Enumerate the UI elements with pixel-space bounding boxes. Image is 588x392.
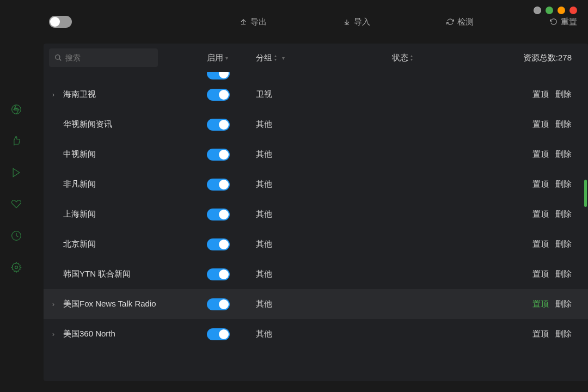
row-actions: 置顶删除 [532,299,583,309]
table-row-partial [44,72,588,79]
delete-button[interactable]: 删除 [555,119,572,130]
row-actions: 置顶删除 [532,179,583,189]
table-row[interactable]: 韩国YTN 联合新闻其他置顶删除 [44,259,588,289]
enable-toggle[interactable] [207,179,230,191]
channel-name: 美国360 North [63,329,115,339]
pin-button[interactable]: 置顶 [532,179,549,189]
chevron-right-icon[interactable]: › [52,91,59,99]
check-label: 检测 [457,17,474,27]
row-name: 华视新闻资讯 [49,119,207,130]
gear-icon[interactable] [10,261,22,273]
channel-name: 上海新闻 [63,209,96,219]
heart-icon[interactable] [10,198,22,210]
delete-button[interactable]: 删除 [555,299,572,309]
row-name: 中视新闻 [49,149,207,160]
aperture-icon[interactable] [10,103,22,115]
download-icon [343,18,351,26]
pin-button[interactable]: 置顶 [532,239,549,249]
row-group: 其他 [256,119,392,130]
pin-button[interactable]: 置顶 [532,149,549,160]
enable-toggle[interactable] [207,328,230,340]
pin-button[interactable]: 置顶 [532,209,549,219]
row-actions: 置顶删除 [532,149,583,160]
table-row[interactable]: 北京新闻其他置顶删除 [44,229,588,259]
row-group: 其他 [256,329,392,339]
export-label: 导出 [250,17,267,27]
row-group: 其他 [256,209,392,219]
delete-button[interactable]: 删除 [555,239,572,249]
enable-toggle[interactable] [207,72,230,79]
reset-label: 重置 [561,17,577,27]
sort-icon: ▴▾ [411,54,413,62]
channel-name: 韩国YTN 联合新闻 [63,269,131,279]
row-name: 北京新闻 [49,239,207,249]
table-row[interactable]: 非凡新闻其他置顶删除 [44,169,588,199]
pin-button[interactable]: 置顶 [532,89,549,100]
row-group: 其他 [256,179,392,189]
table-row[interactable]: 上海新闻其他置顶删除 [44,199,588,229]
svg-marker-1 [13,169,20,177]
search-icon [54,54,62,62]
channel-name: 海南卫视 [63,89,96,100]
col-status-label: 状态 [392,53,408,63]
table-body: ›海南卫视卫视置顶删除华视新闻资讯其他置顶删除中视新闻其他置顶删除非凡新闻其他置… [44,72,588,349]
delete-button[interactable]: 删除 [555,329,572,339]
table-row[interactable]: ›美国Fox News Talk Radio其他置顶删除 [44,289,588,319]
export-button[interactable]: 导出 [240,17,267,27]
chevron-right-icon[interactable]: › [52,301,59,308]
channel-name: 非凡新闻 [63,179,96,189]
toolbar: 导出 导入 检测 重置 [44,0,588,44]
table-row[interactable]: 中视新闻其他置顶删除 [44,139,588,169]
chevron-down-icon: ▾ [225,55,228,61]
enable-toggle[interactable] [207,209,230,220]
col-enable[interactable]: 启用 ▾ [207,53,256,63]
table-row[interactable]: 华视新闻资讯其他置顶删除 [44,109,588,139]
master-toggle[interactable] [49,16,72,28]
delete-button[interactable]: 删除 [555,209,572,219]
refresh-icon [446,18,454,26]
row-name: ›海南卫视 [49,89,207,100]
delete-button[interactable]: 删除 [555,179,572,189]
row-actions: 置顶删除 [532,239,583,249]
upload-icon [240,18,247,26]
table-row[interactable]: ›美国360 North其他置顶删除 [44,319,588,349]
pin-button[interactable]: 置顶 [532,119,549,130]
scrollbar-thumb[interactable] [584,180,587,207]
enable-toggle[interactable] [207,119,230,131]
reset-button[interactable]: 重置 [550,17,577,27]
table-row[interactable]: ›海南卫视卫视置顶删除 [44,79,588,109]
play-icon[interactable] [10,167,22,179]
row-name: 韩国YTN 联合新闻 [49,269,207,279]
row-name: 上海新闻 [49,209,207,219]
enable-toggle[interactable] [207,149,230,161]
sidebar [0,0,33,392]
pin-button[interactable]: 置顶 [532,269,549,279]
svg-point-4 [56,55,60,59]
thumbs-up-icon[interactable] [10,135,22,147]
row-group: 卫视 [256,89,392,100]
enable-toggle[interactable] [207,238,230,250]
delete-button[interactable]: 删除 [555,89,572,100]
check-button[interactable]: 检测 [446,17,474,27]
enable-toggle[interactable] [207,268,230,280]
delete-button[interactable]: 删除 [555,269,572,279]
row-group: 其他 [256,269,392,279]
search-box[interactable] [49,48,158,67]
search-input[interactable] [65,53,147,62]
row-actions: 置顶删除 [532,119,583,130]
svg-point-3 [15,266,18,269]
pin-button[interactable]: 置顶 [532,299,549,309]
enable-toggle[interactable] [207,298,230,310]
resource-count: 资源总数:278 [523,53,583,63]
row-name: ›美国360 North [49,329,207,339]
row-group: 其他 [256,299,392,309]
enable-toggle[interactable] [207,89,230,101]
clock-icon[interactable] [10,230,22,242]
col-status[interactable]: 状态 ▴▾ [392,53,523,63]
chevron-right-icon[interactable]: › [52,330,59,338]
delete-button[interactable]: 删除 [555,149,572,160]
import-button[interactable]: 导入 [343,17,370,27]
col-group[interactable]: 分组 ▴▾ ▾ [256,53,392,63]
toolbar-actions: 导出 导入 检测 重置 [240,17,577,27]
pin-button[interactable]: 置顶 [532,329,549,339]
